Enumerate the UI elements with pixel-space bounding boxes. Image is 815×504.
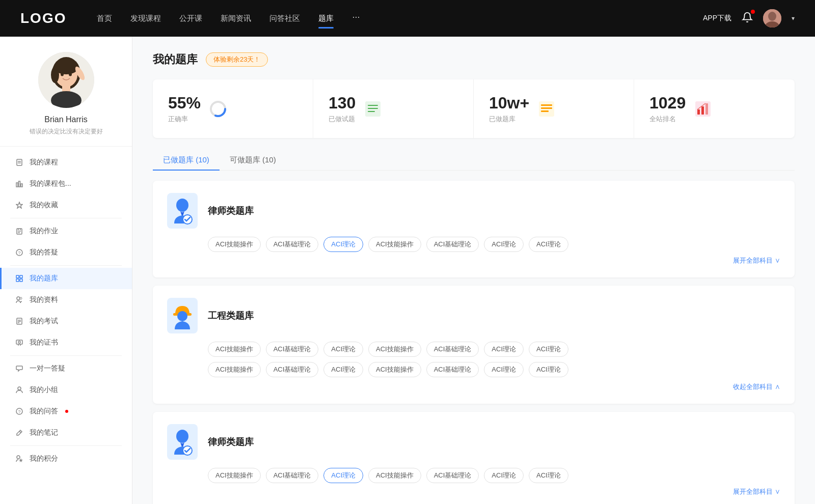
- sidebar-item-question-bank[interactable]: 我的题库: [0, 268, 132, 289]
- sidebar-item-points[interactable]: 我的积分: [0, 448, 132, 469]
- grid-icon: [15, 274, 23, 283]
- svg-point-9: [51, 67, 59, 83]
- tag-item[interactable]: ACI基础理论: [426, 362, 479, 377]
- tag-item[interactable]: ACI技能操作: [208, 468, 261, 483]
- svg-point-11: [61, 73, 64, 76]
- star-icon: [15, 201, 23, 209]
- tag-item[interactable]: ACI技能操作: [368, 468, 421, 483]
- engineer-icon: [167, 298, 198, 333]
- tag-item[interactable]: ACI理论: [484, 468, 524, 483]
- tag-item[interactable]: ACI理论: [529, 362, 568, 377]
- svg-rect-16: [16, 183, 18, 187]
- tag-item[interactable]: ACI基础理论: [266, 237, 319, 252]
- tag-item[interactable]: ACI技能操作: [208, 237, 261, 252]
- nav-more[interactable]: ···: [352, 12, 360, 25]
- svg-point-67: [177, 311, 187, 321]
- stat-done-questions-value: 130: [329, 94, 356, 113]
- tag-item[interactable]: ACI理论: [484, 237, 524, 252]
- sidebar-item-profile[interactable]: 我的资料: [0, 289, 132, 311]
- stat-done-banks: 10w+ 已做题库: [474, 79, 634, 138]
- tag-item[interactable]: ACI技能操作: [368, 342, 421, 357]
- tag-item[interactable]: ACI基础理论: [266, 362, 319, 377]
- tag-item[interactable]: ACI理论: [323, 342, 363, 357]
- tag-item-active[interactable]: ACI理论: [323, 237, 363, 252]
- tag-item[interactable]: ACI技能操作: [208, 342, 261, 357]
- sidebar-item-course-packages-label: 我的课程包...: [30, 179, 71, 188]
- tag-item[interactable]: ACI技能操作: [368, 237, 421, 252]
- svg-rect-17: [19, 181, 20, 187]
- sidebar-item-exam-label: 我的考试: [30, 317, 58, 326]
- nav-home[interactable]: 首页: [97, 12, 112, 25]
- tag-item[interactable]: ACI理论: [529, 342, 568, 357]
- clipboard-icon: [15, 227, 23, 235]
- user-dropdown-arrow[interactable]: ▾: [792, 15, 795, 22]
- tag-item-active[interactable]: ACI理论: [323, 468, 363, 483]
- sidebar-item-courses[interactable]: 我的课程: [0, 152, 132, 173]
- stat-done-questions: 130 已做试题: [313, 79, 474, 138]
- nav-question-bank[interactable]: 题库: [318, 12, 334, 25]
- logo[interactable]: LOGO: [20, 10, 66, 26]
- circle-q-icon: ?: [15, 248, 23, 257]
- sidebar-item-one-on-one[interactable]: 一对一答疑: [0, 358, 132, 379]
- notification-bell[interactable]: [742, 12, 753, 25]
- tag-item[interactable]: ACI基础理论: [266, 342, 319, 357]
- svg-rect-29: [16, 279, 19, 282]
- tab-done-banks[interactable]: 已做题库 (10): [153, 150, 220, 170]
- sidebar-username: Brian Harris: [44, 115, 87, 124]
- sidebar-item-homework[interactable]: 我的作业: [0, 220, 132, 242]
- qbank-card-lawyer-2-expand[interactable]: 展开全部科目 ∨: [167, 487, 780, 496]
- sidebar-item-notes[interactable]: 我的笔记: [0, 422, 132, 443]
- stat-accuracy-label: 正确率: [168, 115, 201, 124]
- tag-item[interactable]: ACI理论: [529, 468, 568, 483]
- sidebar-item-homework-label: 我的作业: [30, 227, 58, 236]
- qbank-card-engineer-title: 工程类题库: [208, 310, 254, 322]
- tag-item[interactable]: ACI理论: [484, 362, 524, 377]
- svg-rect-57: [541, 110, 549, 112]
- tag-item[interactable]: ACI技能操作: [208, 362, 261, 377]
- qbank-card-lawyer-1: 律师类题库 ACI技能操作 ACI基础理论 ACI理论 ACI技能操作 ACI基…: [153, 181, 795, 277]
- sidebar-item-certificate[interactable]: 我的证书: [0, 332, 132, 353]
- tag-item[interactable]: ACI理论: [323, 362, 363, 377]
- doc-icon: [15, 158, 23, 166]
- qbank-card-lawyer-2-header: 律师类题库: [167, 424, 780, 460]
- stat-done-questions-text: 130 已做试题: [329, 94, 356, 124]
- tab-available-banks[interactable]: 可做题库 (10): [220, 150, 286, 170]
- sidebar-divider-2: [10, 265, 122, 266]
- svg-point-45: [17, 456, 20, 459]
- lawyer-icon-2: [167, 424, 198, 460]
- tag-item[interactable]: ACI基础理论: [426, 468, 479, 483]
- qbank-card-engineer-tags-row1: ACI技能操作 ACI基础理论 ACI理论 ACI技能操作 ACI基础理论 AC…: [208, 342, 780, 357]
- tag-item[interactable]: ACI理论: [529, 237, 568, 252]
- tag-item[interactable]: ACI基础理论: [266, 468, 319, 483]
- tag-item[interactable]: ACI技能操作: [368, 362, 421, 377]
- svg-rect-60: [701, 106, 704, 115]
- sidebar-item-qa[interactable]: ? 我的答疑: [0, 242, 132, 263]
- nav-open-course[interactable]: 公开课: [179, 12, 202, 25]
- sidebar-item-my-questions[interactable]: ? 我的问答: [0, 401, 132, 422]
- nav-qa[interactable]: 问答社区: [269, 12, 300, 25]
- trial-badge: 体验剩余23天！: [206, 52, 268, 67]
- navbar-nav: 首页 发现课程 公开课 新闻资讯 问答社区 题库 ···: [97, 12, 703, 25]
- qbank-card-lawyer-1-expand[interactable]: 展开全部科目 ∨: [167, 256, 780, 265]
- sidebar-item-group[interactable]: 我的小组: [0, 379, 132, 401]
- app-download-button[interactable]: APP下载: [703, 14, 731, 23]
- user-avatar-nav[interactable]: [763, 9, 781, 27]
- pencil-icon: [15, 429, 23, 437]
- nav-news[interactable]: 新闻资讯: [221, 12, 251, 25]
- svg-rect-56: [541, 107, 552, 109]
- sidebar-item-favorites[interactable]: 我的收藏: [0, 194, 132, 216]
- book-icon: [537, 100, 556, 118]
- sidebar-item-course-packages[interactable]: 我的课程包...: [0, 173, 132, 194]
- svg-point-41: [18, 387, 21, 390]
- svg-rect-55: [541, 104, 552, 106]
- svg-rect-59: [697, 109, 700, 115]
- tag-item[interactable]: ACI基础理论: [426, 237, 479, 252]
- tag-item[interactable]: ACI基础理论: [426, 342, 479, 357]
- stat-accuracy-text: 55% 正确率: [168, 94, 201, 124]
- svg-rect-30: [20, 279, 22, 282]
- stat-rank: 1029 全站排名: [634, 79, 795, 138]
- nav-discover[interactable]: 发现课程: [130, 12, 161, 25]
- sidebar-item-exam[interactable]: 我的考试: [0, 311, 132, 332]
- tag-item[interactable]: ACI理论: [484, 342, 524, 357]
- qbank-card-engineer-collapse[interactable]: 收起全部科目 ∧: [167, 382, 780, 391]
